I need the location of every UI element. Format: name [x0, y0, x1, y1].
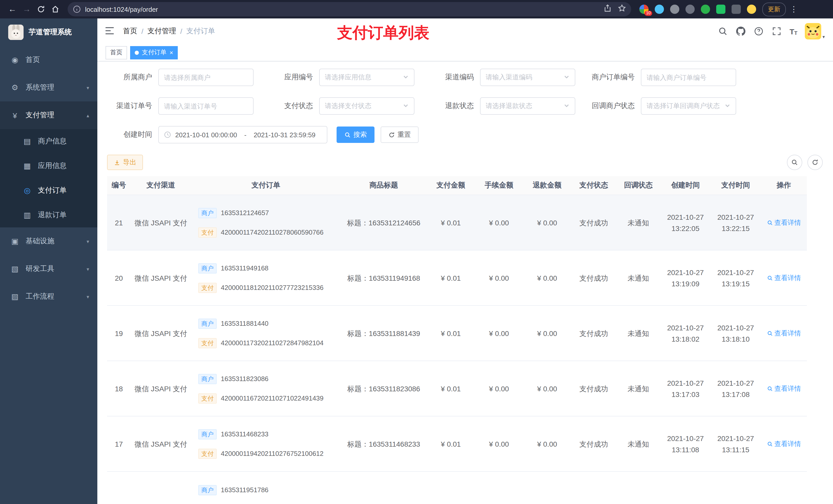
- sidebar-item-devtools[interactable]: ▧ 研发工具 ▾: [0, 255, 97, 283]
- breadcrumb-home[interactable]: 首页: [123, 27, 137, 36]
- filter-merchant: 所属商户: [107, 69, 260, 86]
- filter-row-3: 创建时间 2021-10-01 00:00:00 - 2021-10-31 23…: [107, 126, 823, 143]
- sidebar-collapse-icon[interactable]: [104, 26, 116, 37]
- filter-label: 所属商户: [107, 73, 158, 82]
- table-row: 21 微信 JSAPI 支付 商户 1635312124657 支付 42000…: [107, 195, 807, 250]
- channel-order-no-field[interactable]: [164, 102, 248, 110]
- extension-icon-green-square[interactable]: [716, 5, 725, 14]
- extension-icon-colors[interactable]: 10: [639, 5, 648, 14]
- channel-order-no-input[interactable]: [158, 97, 254, 115]
- pay-amount-cell: [427, 472, 475, 504]
- create-date: 2021-10-27: [667, 322, 704, 333]
- sidebar-item-app-info[interactable]: ▦ 应用信息: [0, 154, 97, 178]
- pay-amount-cell: ¥ 0.01: [427, 416, 475, 471]
- close-icon[interactable]: ×: [170, 49, 173, 55]
- column-header: 支付状态: [571, 176, 616, 195]
- refund-status-select[interactable]: 请选择退款状态: [480, 97, 575, 115]
- reload-icon[interactable]: [34, 2, 48, 16]
- notify-status-cell: 未通知: [616, 416, 660, 471]
- fee-amount-cell: ¥ 0.00: [475, 361, 523, 416]
- view-detail-link[interactable]: 查看详情: [767, 438, 801, 450]
- merchant-input[interactable]: [158, 69, 254, 86]
- browser-toolbar: ← → localhost:1024/pay/order 10: [0, 0, 833, 19]
- merchant-order-no-input[interactable]: [641, 69, 736, 86]
- main-area: 首页 / 支付管理 / 支付订单 支付订单列表: [97, 19, 833, 504]
- search-button[interactable]: 搜索: [337, 126, 375, 143]
- sidebar-item-workflow[interactable]: ▨ 工作流程 ▾: [0, 283, 97, 310]
- toggle-search-icon[interactable]: [787, 155, 802, 170]
- pay-order-no: 4200001181202110277723215336: [221, 282, 324, 293]
- extensions-puzzle-icon[interactable]: [732, 5, 741, 14]
- search-icon[interactable]: [718, 26, 728, 37]
- callback-status-select[interactable]: 请选择订单回调商户状态: [641, 97, 736, 115]
- extension-icon-blue-drop[interactable]: [655, 5, 664, 14]
- view-detail-link[interactable]: 查看详情: [767, 328, 801, 339]
- browser-update-button[interactable]: 更新: [762, 2, 786, 16]
- forward-icon[interactable]: →: [20, 2, 34, 16]
- sidebar-item-home[interactable]: ◉ 首页: [0, 46, 97, 74]
- merchant-input-field[interactable]: [164, 73, 248, 81]
- browser-menu-icon[interactable]: ⋮: [790, 5, 798, 14]
- action-cell: 查看详情: [761, 306, 807, 361]
- help-icon[interactable]: [754, 26, 764, 37]
- extension-icon-gray-1[interactable]: [670, 5, 679, 14]
- chevron-down-icon: [403, 101, 409, 111]
- search-icon: [767, 219, 773, 225]
- pay-status-select[interactable]: 请选择支付状态: [319, 97, 414, 115]
- filter-row-1: 所属商户 应用编号 请选择应用信息 渠道编码: [107, 69, 823, 86]
- share-icon[interactable]: [603, 4, 612, 14]
- create-date: 2021-10-27: [667, 433, 704, 444]
- pay-order-no: 4200001194202110276752100612: [221, 448, 324, 459]
- user-menu[interactable]: ▾: [805, 23, 825, 40]
- create-time: 13:19:09: [672, 278, 699, 289]
- fullscreen-icon[interactable]: [771, 26, 782, 37]
- sidebar-item-pay-order[interactable]: ◎ 支付订单: [0, 178, 97, 203]
- fee-amount-cell: ¥ 0.00: [475, 195, 523, 250]
- url-text[interactable]: localhost:1024/pay/order: [85, 5, 603, 13]
- logo[interactable]: 芋道管理系统: [0, 19, 97, 46]
- search-icon: [767, 330, 773, 336]
- refresh-table-icon[interactable]: [807, 155, 823, 170]
- avatar[interactable]: [805, 23, 822, 40]
- sidebar-item-system[interactable]: ⚙ 系统管理 ▾: [0, 74, 97, 101]
- filter-label: 支付状态: [268, 101, 319, 111]
- address-bar[interactable]: localhost:1024/pay/order: [68, 2, 631, 16]
- tab-home[interactable]: 首页: [105, 46, 127, 59]
- end-date-value[interactable]: 2021-10-31 23:59:59: [254, 131, 315, 139]
- breadcrumb-section[interactable]: 支付管理: [147, 27, 176, 36]
- sidebar-item-infrastructure[interactable]: ▣ 基础设施 ▾: [0, 227, 97, 255]
- home-icon[interactable]: [48, 2, 63, 16]
- app-no-select[interactable]: 请选择应用信息: [319, 69, 414, 86]
- github-icon[interactable]: [736, 26, 746, 37]
- filter-label: 渠道订单号: [107, 101, 158, 111]
- extension-icon-gray-2[interactable]: [686, 5, 695, 14]
- export-button[interactable]: 导出: [107, 155, 143, 170]
- order-id-cell: 20: [107, 250, 130, 305]
- start-date-value[interactable]: 2021-10-01 00:00:00: [175, 131, 237, 139]
- extension-icon-green-circle[interactable]: [701, 5, 710, 14]
- workflow-icon: ▨: [10, 292, 20, 301]
- table-header: 编号支付渠道支付订单商品标题支付金额手续金额退款金额支付状态回调状态创建时间支付…: [107, 176, 807, 195]
- dashboard-icon: ◉: [10, 55, 20, 65]
- view-detail-link[interactable]: 查看详情: [767, 383, 801, 394]
- tab-pay-order[interactable]: 支付订单 ×: [130, 46, 178, 59]
- create-time-range-picker[interactable]: 2021-10-01 00:00:00 - 2021-10-31 23:59:5…: [158, 126, 327, 143]
- column-header: 操作: [761, 176, 807, 195]
- sidebar-item-pay[interactable]: ¥ 支付管理 ▴: [0, 101, 97, 129]
- merchant-order-no: 1635312124657: [221, 207, 269, 218]
- reset-button[interactable]: 重置: [381, 126, 419, 143]
- site-info-icon[interactable]: [73, 5, 81, 13]
- order-id-cell: 19: [107, 306, 130, 361]
- sidebar-item-label: 基础设施: [26, 237, 80, 246]
- back-icon[interactable]: ←: [5, 2, 20, 16]
- sidebar-item-refund-order[interactable]: ▥ 退款订单: [0, 203, 97, 227]
- bookmark-star-icon[interactable]: [618, 4, 626, 14]
- view-detail-link[interactable]: 查看详情: [767, 272, 801, 284]
- view-detail-link[interactable]: 查看详情: [767, 217, 801, 228]
- sidebar-item-label: 应用信息: [38, 161, 89, 171]
- channel-code-select[interactable]: 请输入渠道编码: [480, 69, 575, 86]
- font-size-icon[interactable]: TT: [789, 27, 798, 35]
- merchant-order-no-field[interactable]: [646, 73, 731, 81]
- extension-icon-emoji[interactable]: [747, 5, 756, 14]
- sidebar-item-merchant-info[interactable]: ▤ 商户信息: [0, 129, 97, 154]
